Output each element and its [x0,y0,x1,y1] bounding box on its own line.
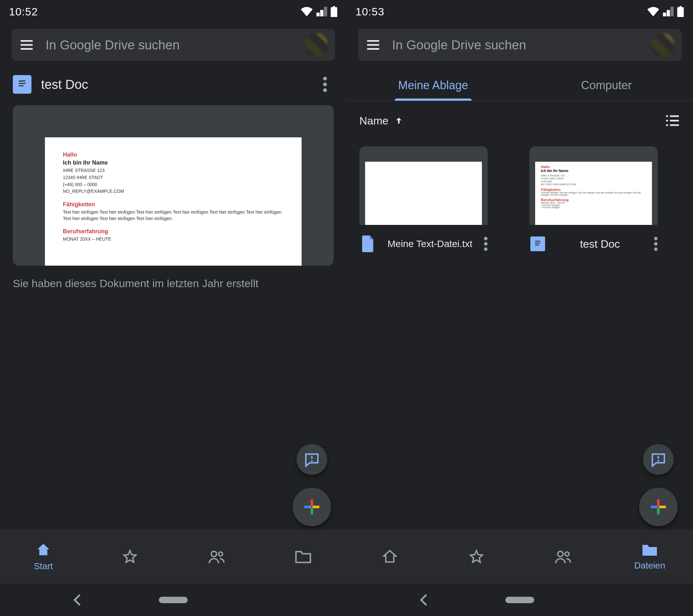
nav-starred[interactable] [433,529,520,584]
svg-point-3 [311,460,313,462]
docs-icon [529,236,546,252]
preview-subheading: Ich bin Ihr Name [63,159,284,167]
bottom-nav: Dateien [346,529,693,584]
phone-screen-right: 10:53 In Google Drive suchen Meine Ablag… [346,0,693,616]
tab-my-drive[interactable]: Meine Ablage [346,70,520,100]
nav-start[interactable] [346,529,433,584]
preview-line: 12345 IHRE STADT [63,175,284,181]
file-grid: Meine Text-Datei.txt Hallo Ich bin Ihr N… [346,134,693,270]
recent-doc-header[interactable]: test Doc [0,70,346,99]
file-name: Meine Text-Datei.txt [382,238,478,250]
tab-label: Meine Ablage [398,79,468,92]
sort-row: Name [346,101,693,134]
recent-doc-title: test Doc [41,77,307,92]
svg-rect-18 [657,508,660,514]
nav-shared[interactable] [520,529,606,584]
battery-icon [331,6,338,17]
svg-point-22 [565,552,569,556]
nav-start[interactable]: Start [0,529,87,584]
preview-line: (+49) 000 – 0000 [63,182,284,188]
menu-icon[interactable] [365,37,381,53]
nav-start-label: Start [34,561,53,571]
svg-point-13 [654,237,658,240]
preview-heading: Fähigkeiten [63,200,284,208]
more-options-button[interactable] [316,70,334,99]
search-placeholder: In Google Drive suchen [45,38,293,52]
preview-heading: Hallo [63,151,284,159]
system-nav [0,584,346,616]
svg-point-15 [654,247,658,251]
tab-label: Computer [581,79,632,92]
back-icon[interactable] [419,594,428,607]
drive-tabs: Meine Ablage Computer [346,70,693,101]
nav-files[interactable] [260,529,346,584]
svg-point-1 [323,82,327,86]
create-fab[interactable] [293,488,331,526]
nav-starred[interactable] [87,529,173,584]
svg-point-16 [658,460,659,462]
sort-label: Name [359,115,389,127]
home-pill[interactable] [505,597,534,603]
svg-point-2 [323,88,327,92]
svg-rect-20 [659,505,666,508]
nav-files[interactable]: Dateien [606,529,693,584]
phone-screen-left: 10:52 In Google Drive suchen test Doc [0,0,346,616]
thumb-line: Hallo [541,165,646,169]
feedback-fab[interactable] [296,444,327,475]
create-fab[interactable] [639,488,678,526]
search-bar[interactable]: In Google Drive suchen [358,29,681,61]
nav-files-label: Dateien [634,560,666,571]
back-icon[interactable] [72,594,82,607]
svg-point-11 [484,242,488,246]
preview-line: MONAT 20XX – HEUTE [63,236,284,242]
battery-icon [677,6,684,17]
file-card[interactable]: Meine Text-Datei.txt [359,146,488,257]
thumbnail-page: Hallo Ich bin Ihr Name IHRE STRASSE 1231… [535,162,652,225]
home-pill[interactable] [159,597,188,603]
status-bar: 10:52 [0,0,346,23]
svg-rect-19 [651,505,658,508]
svg-point-21 [558,551,563,557]
svg-rect-7 [313,505,319,508]
list-view-icon [665,114,680,127]
nav-shared[interactable] [173,529,260,584]
preview-heading: Berufserfahrung [63,227,284,236]
avatar[interactable] [651,33,674,57]
view-toggle-list[interactable] [665,114,680,127]
file-more-button[interactable] [654,237,658,251]
svg-point-8 [211,551,217,557]
search-bar[interactable]: In Google Drive suchen [12,29,335,61]
file-name: test Doc [552,237,648,251]
doc-preview-page: Hallo Ich bin Ihr Name IHRE STRASSE 123 … [45,137,302,266]
tab-computers[interactable]: Computer [520,70,693,100]
file-type-icon [359,236,376,252]
system-nav [346,584,693,616]
thumb-line: Fähigkeiten [541,188,646,192]
svg-point-0 [323,77,327,81]
file-card[interactable]: Hallo Ich bin Ihr Name IHRE STRASSE 1231… [529,146,658,257]
status-time: 10:52 [9,5,38,18]
file-thumbnail: Hallo Ich bin Ihr Name IHRE STRASSE 1231… [529,146,658,225]
avatar[interactable] [304,33,328,57]
status-icons [300,6,338,17]
status-icons [647,6,684,17]
wifi-icon [300,7,313,16]
sort-button[interactable]: Name [359,115,403,127]
doc-preview[interactable]: Hallo Ich bin Ihr Name IHRE STRASSE 123 … [13,105,334,266]
preview-body: Text hier einfügen Text hier einfügen Te… [63,209,284,222]
arrow-up-icon [394,116,403,125]
preview-line: IHRE STRASSE 123 [63,167,284,174]
thumb-line: Ich bin Ihr Name [541,169,646,173]
file-more-button[interactable] [484,237,488,251]
search-placeholder: In Google Drive suchen [392,38,640,52]
feedback-fab[interactable] [643,444,674,475]
svg-rect-17 [657,499,660,506]
status-bar: 10:53 [346,0,693,23]
svg-point-9 [218,552,222,556]
menu-icon[interactable] [19,37,35,53]
thumbnail-page [365,162,482,225]
preview-line: NO_REPLY@EXAMPLE.COM [63,188,284,195]
thumb-line: Berufserfahrung [541,198,646,202]
svg-point-14 [654,242,658,246]
recent-doc-subtext: Sie haben dieses Dokument im letzten Jah… [0,266,346,301]
